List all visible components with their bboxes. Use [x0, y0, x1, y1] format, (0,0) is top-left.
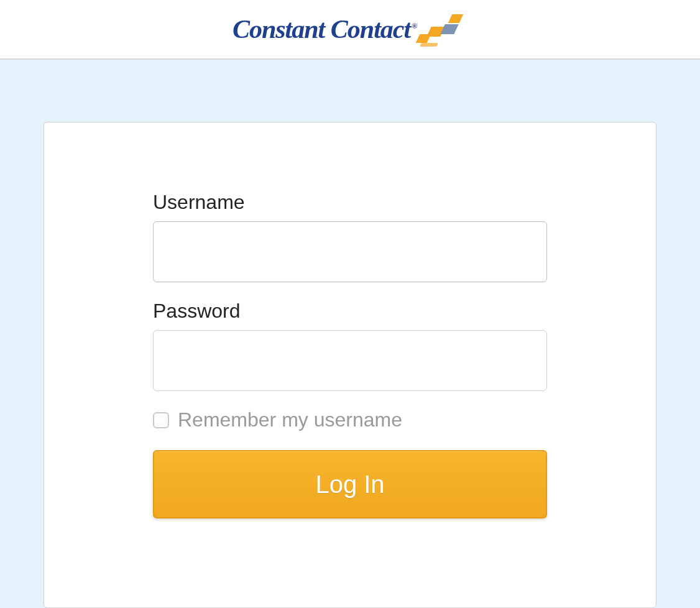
username-label: Username: [153, 191, 547, 214]
page-background: Username Password Remember my username L…: [0, 60, 700, 608]
username-field-group: Username: [153, 191, 547, 282]
username-input[interactable]: [153, 221, 547, 282]
password-label: Password: [153, 300, 547, 323]
remember-label[interactable]: Remember my username: [178, 408, 402, 431]
brand-name: Constant Contact®: [233, 14, 417, 44]
remember-checkbox[interactable]: [153, 412, 169, 428]
brand-swoosh-icon: [418, 13, 467, 50]
login-card: Username Password Remember my username L…: [44, 122, 656, 608]
password-field-group: Password: [153, 300, 547, 391]
remember-row: Remember my username: [153, 408, 547, 431]
password-input[interactable]: [153, 330, 547, 391]
registered-mark: ®: [412, 22, 417, 30]
brand-logo: Constant Contact®: [233, 8, 467, 50]
login-button[interactable]: Log In: [153, 450, 547, 518]
site-header: Constant Contact®: [0, 0, 700, 60]
brand-name-text: Constant Contact: [233, 15, 410, 44]
